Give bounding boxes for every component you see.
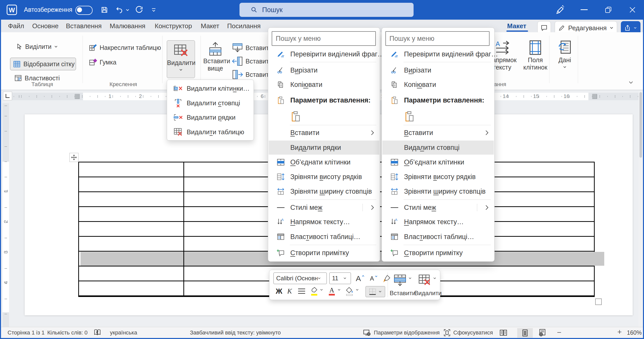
chevron-down-icon[interactable] <box>408 277 412 280</box>
menu-item-distribute-columns[interactable]: Зрівняти ширину стовпців <box>382 184 494 198</box>
focus-icon[interactable] <box>443 329 451 336</box>
select-button[interactable]: Виділити <box>16 43 58 50</box>
insert-right-button[interactable]: Вставити <box>232 70 272 80</box>
view-gridlines-button[interactable]: Відобразити сітку <box>10 58 76 70</box>
proofing-icon[interactable] <box>94 329 101 336</box>
font-name-combo[interactable]: Calibri (Основни <box>273 273 327 284</box>
chevron-down-icon[interactable] <box>320 289 323 291</box>
format-painter-button[interactable] <box>381 273 392 284</box>
quick-access-customize-icon[interactable] <box>150 7 157 13</box>
menu-item-check-selection[interactable]: Перевірити виділений фраг… <box>382 47 494 61</box>
eraser-button[interactable]: Гумка <box>89 58 116 66</box>
data-button[interactable]: Дані <box>555 40 575 69</box>
borders-button[interactable] <box>366 286 385 297</box>
tab-home[interactable]: Основне <box>32 20 59 32</box>
menu-item-new-comment[interactable]: Створити примітку <box>269 246 379 260</box>
chevron-down-icon[interactable] <box>355 289 359 291</box>
undo-icon[interactable] <box>115 6 124 14</box>
table-move-handle[interactable] <box>69 153 78 162</box>
zoom-out-icon[interactable]: − <box>557 328 561 337</box>
table-column-marker-icon[interactable] <box>592 94 597 99</box>
tab-draw[interactable]: Малювання <box>110 20 145 32</box>
menu-item-insert-submenu[interactable]: Вставити <box>382 126 494 140</box>
menu-item-merge-cells[interactable]: Об’єднати клітинки <box>269 155 379 169</box>
zoom-in-icon[interactable]: + <box>617 328 622 336</box>
page-indicator[interactable]: Сторінка 1 із 1 <box>8 329 45 336</box>
chevron-down-icon[interactable] <box>433 277 436 280</box>
alignment-icon[interactable] <box>296 286 307 297</box>
scrollbar-thumb[interactable] <box>639 92 642 158</box>
menu-item-copy[interactable]: Копіювати <box>382 78 494 92</box>
undo-chevron-icon[interactable] <box>126 9 130 12</box>
web-layout-icon[interactable] <box>538 329 546 337</box>
tab-references[interactable]: Посилання <box>227 20 261 32</box>
redo-icon[interactable] <box>135 6 143 14</box>
mini-insert-button[interactable] <box>392 274 408 287</box>
insert-below-button[interactable]: Вставити <box>232 43 272 53</box>
menu-item-new-comment[interactable]: Створити примітку <box>382 246 494 260</box>
menu-item-check-selection[interactable]: Перевірити виділений фраг… <box>269 47 379 61</box>
shading-button[interactable] <box>344 286 355 297</box>
table-column-marker-icon[interactable] <box>74 94 80 99</box>
search-bar[interactable]: Пошук <box>239 3 414 17</box>
menu-item-distribute-columns[interactable]: Зрівняти ширину стовпців <box>269 184 379 198</box>
delete-ribbon-button[interactable]: Видалити <box>167 40 195 78</box>
italic-button[interactable]: К <box>285 286 294 297</box>
menu-item-cut[interactable]: Вирізати <box>269 63 379 77</box>
cell-margins-button[interactable]: Поля клітинок <box>513 40 557 71</box>
grow-font-button[interactable]: A <box>354 273 366 284</box>
menu-item-delete-table[interactable]: Видалити таблицю <box>169 126 252 138</box>
tab-insert[interactable]: Вставлення <box>66 20 102 32</box>
collapse-ribbon-icon[interactable] <box>628 81 634 85</box>
menu-item-copy[interactable]: Копіювати <box>269 78 379 92</box>
word-count[interactable]: Кількість слів: 0 <box>47 329 88 336</box>
predictive-text-indicator[interactable]: Завбачливий ввід тексту: увімкнуто <box>190 329 281 336</box>
autosave-toggle[interactable] <box>75 6 93 15</box>
menu-item-cut[interactable]: Вирізати <box>382 63 494 77</box>
zoom-level[interactable]: 160% <box>627 329 642 336</box>
menu-item-border-styles[interactable]: Стилі меж <box>269 200 379 215</box>
insert-left-button[interactable]: Вставити <box>232 56 272 66</box>
menu-item-table-properties[interactable]: Властивості таблиці… <box>269 230 379 244</box>
draw-table-button[interactable]: Накреслити таблицю <box>89 43 161 52</box>
menu-search-input[interactable] <box>385 31 490 46</box>
menu-item-delete-rows-highlighted[interactable]: Видалити рядки <box>269 141 379 155</box>
feedback-pen-icon[interactable] <box>555 5 566 15</box>
menu-item-merge-cells[interactable]: Об’єднати клітинки <box>382 155 494 169</box>
menu-item-border-styles[interactable]: Стилі меж <box>382 200 494 215</box>
menu-item-delete-cells[interactable]: Видалити клітинки… <box>169 82 252 95</box>
insert-above-button[interactable]: Вставити вище <box>203 42 227 72</box>
vertical-scrollbar[interactable] <box>638 91 643 327</box>
tab-design[interactable]: Конструктор <box>155 20 192 32</box>
restore-button[interactable] <box>605 6 612 13</box>
print-layout-button[interactable] <box>517 328 533 338</box>
font-size-combo[interactable]: 11 <box>329 273 351 284</box>
bold-button[interactable]: Ж <box>274 286 284 297</box>
menu-item-distribute-rows[interactable]: Зрівняти висоту рядків <box>382 170 494 184</box>
menu-item-distribute-rows[interactable]: Зрівняти висоту рядків <box>269 170 379 184</box>
shrink-font-button[interactable]: A <box>368 273 380 284</box>
display-settings-icon[interactable] <box>363 329 371 336</box>
tab-layout[interactable]: Макет <box>201 20 219 32</box>
menu-item-table-properties[interactable]: Властивості таблиці… <box>382 230 494 244</box>
language-indicator[interactable]: українська <box>110 329 137 336</box>
read-mode-icon[interactable] <box>499 329 508 337</box>
menu-item-text-direction[interactable]: A Напрямок тексту… <box>382 215 494 229</box>
tab-file[interactable]: Файл <box>8 20 24 32</box>
vertical-ruler[interactable]: 1 2 3 4 <box>3 103 9 327</box>
mini-delete-button[interactable] <box>417 274 432 287</box>
focus-label[interactable]: Сфокусуватися <box>453 329 493 336</box>
table-resize-handle[interactable] <box>595 298 602 305</box>
menu-item-delete-columns-highlighted[interactable]: Видалити стовпці <box>382 141 494 155</box>
display-settings-label[interactable]: Параметри відображення <box>374 329 440 336</box>
font-color-button[interactable]: A <box>327 286 337 297</box>
chevron-down-icon[interactable] <box>337 289 341 291</box>
menu-item-delete-rows[interactable]: Видалити рядки <box>169 111 252 124</box>
minimize-button[interactable] <box>581 9 588 10</box>
menu-item-delete-columns[interactable]: Видалити стовпці <box>169 97 252 109</box>
close-button[interactable] <box>629 6 636 13</box>
menu-search-input[interactable] <box>272 31 376 46</box>
menu-item-text-direction[interactable]: A Напрямок тексту… <box>269 215 379 229</box>
tab-stop-selector[interactable] <box>3 92 12 100</box>
save-icon[interactable] <box>101 6 108 14</box>
